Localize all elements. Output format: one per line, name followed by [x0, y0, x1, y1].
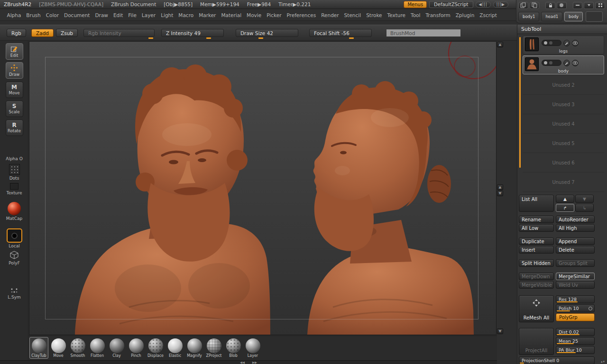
menu-item[interactable]: Edit: [110, 10, 125, 20]
menu-item[interactable]: Transform: [423, 10, 453, 20]
menu-item[interactable]: Tool: [408, 10, 423, 20]
local-pivot-button[interactable]: [7, 228, 22, 243]
list-all-button[interactable]: List All: [519, 195, 554, 212]
sphere-icon[interactable]: [557, 2, 567, 9]
move-button[interactable]: M Move: [6, 82, 23, 98]
slider-handle[interactable]: [349, 37, 354, 39]
canvas-scroll-mid-down-icon[interactable]: ▼: [497, 191, 503, 196]
minimize-icon[interactable]: [573, 2, 583, 9]
quick-pick-body[interactable]: body: [564, 12, 583, 21]
rgb-button[interactable]: Rgb: [7, 29, 26, 37]
groups-split-button[interactable]: Groups Split: [556, 259, 595, 267]
sculpted-bust-profile-view[interactable]: [307, 81, 474, 335]
lock-icon[interactable]: [545, 2, 555, 9]
subtool-slot-unused[interactable]: Unused 5: [523, 134, 604, 153]
subtool-slot-unused[interactable]: Unused 2: [523, 75, 604, 95]
subtool-visibility-pill[interactable]: [542, 60, 561, 66]
projection-shell-slider[interactable]: ProjectionShell 0: [519, 356, 595, 364]
brush-flatten[interactable]: Flatten: [88, 337, 107, 359]
brush-blob[interactable]: Blob: [224, 337, 243, 359]
canvas-scroll-mid-up-icon[interactable]: ▲: [497, 184, 503, 190]
autoreorder-button[interactable]: AutoReorder: [556, 216, 595, 223]
move-subtool-down-icon[interactable]: ▼: [575, 195, 594, 203]
slider-handle[interactable]: [148, 37, 153, 39]
menu-item[interactable]: Color: [43, 10, 61, 20]
brush-smooth[interactable]: Smooth: [68, 337, 87, 359]
z-intensity-slider[interactable]: Z Intensity 49: [161, 29, 224, 37]
paste-document-icon[interactable]: [530, 2, 540, 9]
brush-move[interactable]: Move: [49, 337, 68, 359]
polyframe-icon[interactable]: [9, 250, 19, 260]
draw-button[interactable]: Draw: [6, 62, 23, 79]
brush-magnify[interactable]: Magnify: [185, 337, 204, 359]
res-slider[interactable]: Res 128: [556, 295, 595, 303]
menu-item[interactable]: Stencil: [341, 10, 364, 20]
zsub-button[interactable]: Zsub: [56, 29, 78, 37]
canvas-scroll-up-icon[interactable]: ▲: [497, 42, 503, 47]
menu-item[interactable]: Macro: [176, 10, 196, 20]
zscript-forward-button[interactable]: |||▶: [493, 1, 508, 8]
subtool-eye-icon[interactable]: [572, 60, 579, 66]
menus-button[interactable]: Menus: [404, 1, 427, 8]
move-subtool-up-icon[interactable]: ▲: [556, 195, 574, 203]
menu-item[interactable]: File: [126, 10, 139, 20]
subtool-panel-header[interactable]: SubTool: [517, 25, 607, 34]
subtool-item-legs[interactable]: legs: [523, 36, 604, 55]
slider-handle[interactable]: [258, 37, 263, 39]
all-high-button[interactable]: All High: [556, 224, 595, 232]
menu-item[interactable]: Document: [62, 10, 92, 20]
menu-item[interactable]: Zplugin: [453, 10, 477, 20]
copy-document-icon[interactable]: [518, 2, 528, 9]
draw-size-slider[interactable]: Draw Size 42: [236, 29, 298, 37]
dist-slider[interactable]: Dist 0.02: [556, 328, 595, 336]
pa-blur-slider[interactable]: PA Blur 10: [556, 346, 595, 354]
brush-pinch[interactable]: Pinch: [127, 337, 146, 359]
move-to-top-icon[interactable]: ↱: [556, 204, 574, 212]
focal-shift-slider[interactable]: Focal Shift -56: [309, 29, 372, 37]
menu-item[interactable]: Preferences: [284, 10, 319, 20]
split-hidden-button[interactable]: Split Hidden: [519, 259, 554, 267]
polish-slider[interactable]: Polish 10: [556, 304, 595, 312]
brush-claytubes[interactable]: ClayTub: [29, 337, 48, 359]
menu-item[interactable]: Layer: [139, 10, 158, 20]
default-zscript-button[interactable]: DefaultZScript: [429, 1, 473, 8]
local-symmetry-icon[interactable]: [10, 287, 18, 294]
rename-button[interactable]: Rename: [519, 216, 554, 223]
menu-item[interactable]: Draw: [92, 10, 110, 20]
menu-item[interactable]: Texture: [385, 10, 408, 20]
menu-item[interactable]: Render: [319, 10, 341, 20]
subtool-visibility-pill[interactable]: [542, 40, 561, 46]
merge-down-button[interactable]: MergeDown: [519, 273, 554, 280]
subtool-eye-icon[interactable]: [572, 40, 579, 46]
canvas-scroll-down-icon[interactable]: ▼: [497, 328, 503, 334]
all-low-button[interactable]: All Low: [519, 224, 554, 232]
project-all-button[interactable]: ProjectAll: [519, 328, 554, 355]
zadd-button[interactable]: Zadd: [31, 29, 54, 37]
polish-toggle-icon[interactable]: [589, 307, 592, 310]
menu-item[interactable]: Stroke: [364, 10, 385, 20]
zscript-rewind-button[interactable]: ◀|||: [476, 1, 491, 8]
menu-item[interactable]: Brush: [24, 10, 43, 20]
mean-slider[interactable]: Mean 25: [556, 337, 595, 345]
subtool-paint-icon[interactable]: [563, 60, 570, 66]
remesh-all-button[interactable]: ReMesh All: [519, 295, 554, 322]
document-canvas[interactable]: [29, 42, 496, 335]
slider-handle[interactable]: [206, 37, 211, 39]
sculpted-bust-front-view[interactable]: [75, 64, 270, 335]
subtool-paint-icon[interactable]: [563, 40, 570, 46]
merge-visible-button[interactable]: MergeVisible: [519, 281, 554, 289]
weld-uv-button[interactable]: Weld Uv: [556, 281, 595, 289]
subtool-item-body[interactable]: body: [523, 55, 604, 74]
insert-button[interactable]: Insert: [519, 246, 554, 254]
alpha-picker[interactable]: Alpha O: [6, 156, 23, 161]
canvas-hscrollbar[interactable]: ◀◀ ▶▶: [0, 360, 497, 364]
menu-item[interactable]: Material: [219, 10, 244, 20]
merge-similar-button[interactable]: MergeSimilar: [556, 273, 595, 280]
texture-picker-icon[interactable]: [10, 183, 18, 190]
quick-pick-head1[interactable]: head1: [541, 12, 562, 21]
menu-item[interactable]: Alpha: [4, 10, 24, 20]
subtool-slot-unused[interactable]: Unused 7: [523, 173, 604, 192]
brush-elastic[interactable]: Elastic: [166, 337, 184, 359]
scale-button[interactable]: S Scale: [6, 100, 23, 117]
subtool-slot-unused[interactable]: Unused 3: [523, 95, 604, 114]
